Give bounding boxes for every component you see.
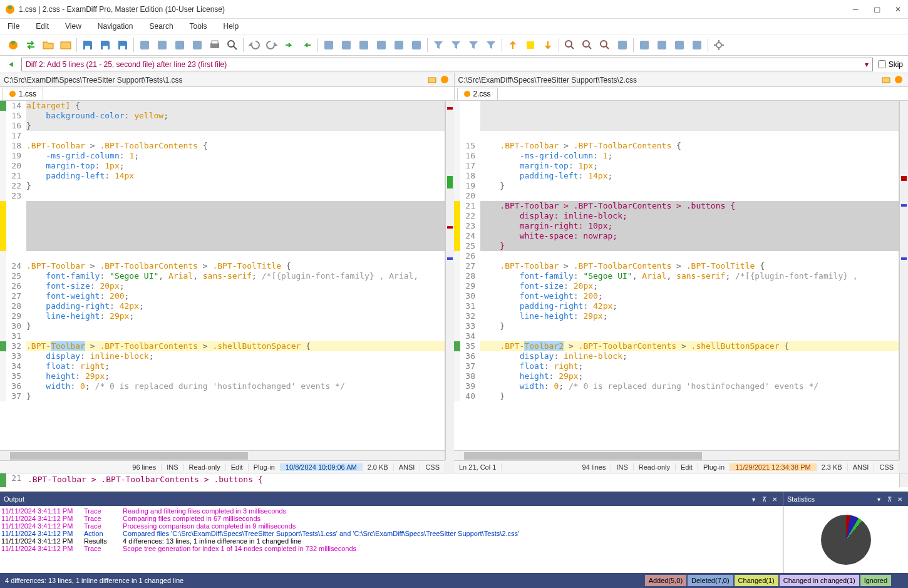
code-line[interactable]: font-weight: 200;	[480, 291, 899, 301]
code-line[interactable]: height: 29px;	[26, 371, 445, 381]
output-row[interactable]: 11/11/2024 3:41:12 PMTraceProcessing com…	[1, 522, 782, 530]
code-line[interactable]: }	[480, 241, 899, 251]
code-line[interactable]: }	[26, 121, 445, 131]
panel-pin-icon[interactable]: ⊼	[885, 495, 894, 503]
code-line[interactable]: white-space: nowrap;	[480, 231, 899, 241]
code-line[interactable]: a[target] {	[26, 101, 445, 111]
right-edit[interactable]: Edit	[676, 463, 698, 471]
panel-menu-icon[interactable]: ▾	[749, 495, 758, 503]
badge-changed-in-changed[interactable]: Changed in changed(1)	[780, 575, 859, 586]
output-row[interactable]: 11/11/2024 3:41:12 PMResults4 difference…	[1, 537, 782, 545]
code-line[interactable]: margin-right: 10px;	[480, 221, 899, 231]
code-line[interactable]: background-color: yellow;	[26, 111, 445, 121]
left-edit[interactable]: Edit	[226, 463, 249, 471]
code-line[interactable]	[26, 231, 445, 241]
badge-changed[interactable]: Changed(1)	[735, 575, 778, 586]
code-line[interactable]: }	[26, 391, 445, 401]
code-line[interactable]: .BPT-Toolbar > .BPT-ToolbarContents > .s…	[26, 341, 445, 351]
output-row[interactable]: 11/11/2024 3:41:12 PMTraceComparing file…	[1, 515, 782, 522]
filter4-button[interactable]	[483, 37, 499, 53]
code-line[interactable]: font-size: 20px;	[480, 281, 899, 291]
code-line[interactable]	[480, 131, 899, 141]
code-line[interactable]: margin-top: 1px;	[480, 161, 899, 171]
refresh-pair-button[interactable]	[5, 37, 21, 53]
skip-checkbox-input[interactable]	[878, 60, 886, 68]
pane-split-button[interactable]	[338, 37, 354, 53]
prev-diff-arrow-icon[interactable]	[5, 59, 16, 70]
redo-button[interactable]	[264, 37, 280, 53]
code-line[interactable]: display: inline-block;	[480, 211, 899, 221]
colors-button[interactable]	[636, 37, 653, 53]
open-folder-button[interactable]	[40, 37, 56, 53]
merge-left-button[interactable]	[172, 37, 188, 53]
code-line[interactable]: }	[480, 391, 899, 401]
find-next-button[interactable]	[579, 37, 596, 53]
menu-search[interactable]: Search	[147, 21, 176, 32]
menu-help[interactable]: Help	[221, 21, 242, 32]
prev-diff-button[interactable]	[299, 37, 315, 53]
file-icon[interactable]	[894, 75, 904, 85]
badge-added[interactable]: Added(5,0)	[645, 575, 686, 586]
code-line[interactable]	[480, 111, 899, 121]
toggle-button[interactable]	[408, 37, 425, 53]
tab-right[interactable]: 2.css	[457, 88, 498, 100]
menu-view[interactable]: View	[63, 21, 84, 32]
panel-close-icon[interactable]: ✕	[895, 495, 904, 503]
badge-deleted[interactable]: Deleted(7,0)	[688, 575, 733, 586]
left-plugin[interactable]: Plug-in	[249, 463, 281, 471]
down-button[interactable]	[540, 37, 556, 53]
code-line[interactable]: line-height: 29px;	[26, 311, 445, 321]
menu-tools[interactable]: Tools	[187, 21, 210, 32]
code-line[interactable]: font-family: "Segoe UI", Arial, sans-ser…	[480, 271, 899, 281]
code-line[interactable]	[26, 331, 445, 341]
filter3-button[interactable]	[465, 37, 482, 53]
lines-button[interactable]	[654, 37, 670, 53]
code-line[interactable]: padding-right: 42px;	[26, 301, 445, 311]
code-line[interactable]: .BPT-Toolbar > .BPT-ToolbarContents > .b…	[480, 201, 899, 211]
code-line[interactable]	[26, 211, 445, 221]
code-line[interactable]: height: 29px;	[480, 371, 899, 381]
save-all-button[interactable]	[115, 37, 131, 53]
code-line[interactable]	[480, 331, 899, 341]
code-line[interactable]	[480, 121, 899, 131]
block-button[interactable]	[522, 37, 539, 53]
folder-button[interactable]	[58, 37, 74, 53]
code-line[interactable]: .BPT-Toolbar > .BPT-ToolbarContents {	[480, 141, 899, 151]
filter2-button[interactable]	[448, 37, 464, 53]
sync-scroll-button[interactable]	[391, 37, 407, 53]
menu-file[interactable]: File	[5, 21, 22, 32]
code-line[interactable]	[480, 101, 899, 111]
highlight-button[interactable]	[689, 37, 705, 53]
code-line[interactable]: }	[26, 181, 445, 191]
folder-icon[interactable]	[882, 75, 892, 85]
find-prev-button[interactable]	[597, 37, 613, 53]
left-hscrollbar[interactable]	[0, 450, 445, 460]
code-line[interactable]: font-size: 20px;	[26, 281, 445, 291]
code-line[interactable]: }	[480, 321, 899, 331]
find-button[interactable]	[562, 37, 578, 53]
code-line[interactable]: float: right;	[26, 361, 445, 371]
right-minimap[interactable]	[899, 101, 908, 460]
file-icon[interactable]	[440, 75, 450, 85]
save-as-button[interactable]	[97, 37, 113, 53]
plugin-button[interactable]	[671, 37, 688, 53]
code-line[interactable]: .BPT-Toolbar > .BPT-ToolbarContents > .B…	[26, 261, 445, 271]
code-line[interactable]: .BPT-Toolbar > .BPT-ToolbarContents {	[26, 141, 445, 151]
code-line[interactable]: width: 0; /* 0 is replaced during 'hosti…	[480, 381, 899, 391]
folder-icon[interactable]	[428, 75, 438, 85]
output-row[interactable]: 11/11/2024 3:41:11 PMTraceReading and fi…	[1, 507, 782, 515]
zoom-button[interactable]	[224, 37, 240, 53]
skip-checkbox[interactable]: Skip	[878, 60, 903, 69]
code-line[interactable]: padding-left: 14px	[26, 171, 445, 181]
edit-left-button[interactable]	[137, 37, 153, 53]
code-line[interactable]	[480, 251, 899, 261]
panel-pin-icon[interactable]: ⊼	[760, 495, 768, 503]
pane-grid-button[interactable]	[373, 37, 390, 53]
code-line[interactable]	[26, 191, 445, 201]
close-button[interactable]: ✕	[893, 4, 903, 14]
next-diff-button[interactable]	[281, 37, 297, 53]
code-line[interactable]	[480, 191, 899, 201]
swap-button[interactable]	[23, 37, 39, 53]
code-line[interactable]: display: inline-block;	[26, 351, 445, 361]
tab-left[interactable]: 1.css	[3, 88, 43, 100]
